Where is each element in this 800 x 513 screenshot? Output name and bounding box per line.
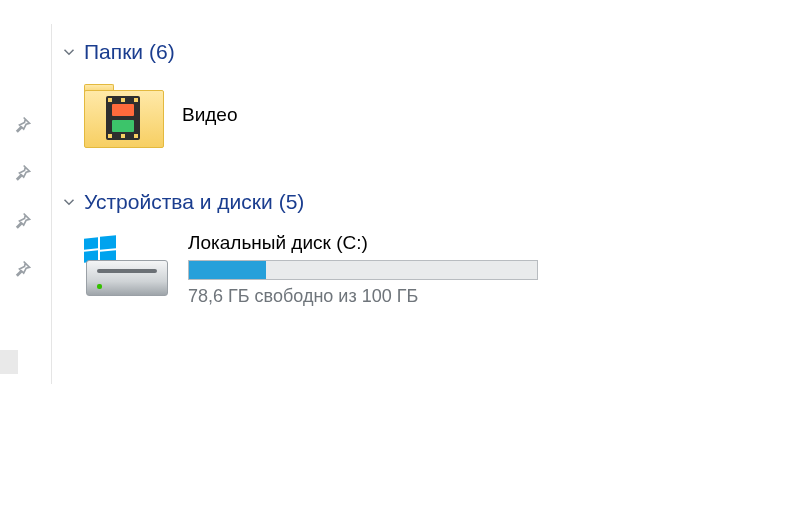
pin-icon[interactable] bbox=[12, 211, 32, 231]
drive-capacity-fill bbox=[189, 261, 266, 279]
sidebar-fragment bbox=[0, 350, 18, 374]
pin-icon[interactable] bbox=[12, 163, 32, 183]
videos-folder-icon bbox=[84, 84, 162, 146]
group-devices-count: (5) bbox=[279, 190, 305, 214]
drive-capacity-bar bbox=[188, 260, 538, 280]
quick-access-sidebar bbox=[0, 0, 52, 513]
drive-free-text: 78,6 ГБ свободно из 100 ГБ bbox=[188, 286, 538, 307]
group-devices-label: Устройства и диски bbox=[84, 190, 273, 214]
main-content: Папки (6) Видео bbox=[60, 40, 538, 307]
drive-name: Локальный диск (C:) bbox=[188, 232, 538, 254]
folder-item-video[interactable]: Видео bbox=[84, 84, 538, 146]
sidebar-separator bbox=[51, 24, 52, 384]
drive-item-c[interactable]: Локальный диск (C:) 78,6 ГБ свободно из … bbox=[84, 232, 538, 307]
group-folders-label: Папки bbox=[84, 40, 143, 64]
group-header-folders[interactable]: Папки (6) bbox=[60, 40, 538, 64]
group-header-devices[interactable]: Устройства и диски (5) bbox=[60, 190, 538, 214]
chevron-down-icon bbox=[60, 43, 78, 61]
chevron-down-icon bbox=[60, 193, 78, 211]
group-folders-count: (6) bbox=[149, 40, 175, 64]
pin-icon[interactable] bbox=[12, 259, 32, 279]
folder-item-label: Видео bbox=[182, 104, 238, 126]
local-disk-icon bbox=[84, 232, 168, 298]
pin-icon[interactable] bbox=[12, 115, 32, 135]
